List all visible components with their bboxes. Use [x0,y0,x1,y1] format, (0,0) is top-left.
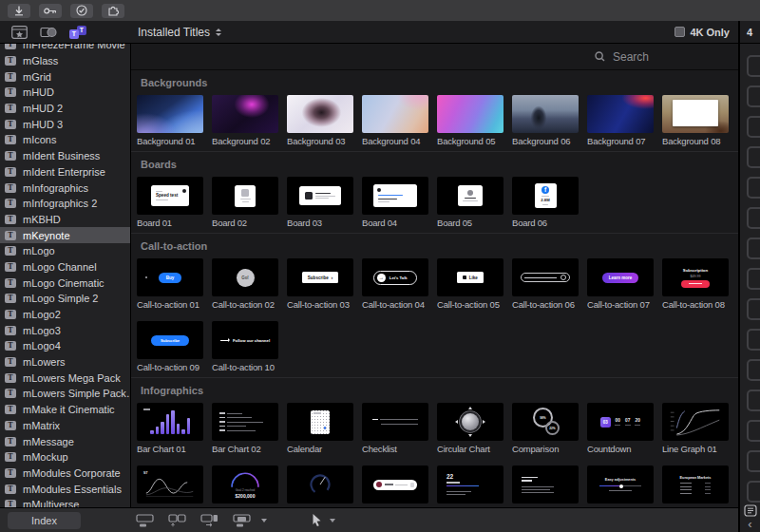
extension-button[interactable] [102,4,124,18]
sidebar-item-mmatrix[interactable]: TmMatrix [0,418,130,434]
index-button[interactable]: Index [8,512,81,529]
thumbnail-line-graph-01[interactable] [662,403,729,441]
sidebar-item-micons[interactable]: TmIcons [0,132,130,148]
thumbnail-background-03[interactable] [287,95,353,133]
edit-tools-chevron-icon[interactable] [261,519,267,522]
sidebar-item-mident-enterprise[interactable]: TmIdent Enterprise [0,164,130,180]
thumbnail-call-to-action-10[interactable]: Follow our channel [212,321,278,359]
append-clip-icon[interactable] [200,514,218,527]
sidebar-item-mhud-3[interactable]: TmHUD 3 [0,116,130,132]
overwrite-clip-icon[interactable] [233,514,251,527]
sidebar-item-mmessage[interactable]: TmMessage [0,433,130,449]
4k-only-checkbox[interactable] [674,27,685,37]
thumbnail-bar-chart-02[interactable] [212,403,278,441]
tool-select[interactable] [311,513,335,527]
thumbnail-background-04[interactable] [362,95,428,133]
sidebar-item-mkbhd[interactable]: TmKBHD [0,212,130,228]
sidebar-item-mident-business[interactable]: TmIdent Business [0,148,130,164]
thumbnail-background-05[interactable] [437,95,504,133]
thumbnail-igwave[interactable]: 97 [137,466,203,504]
thumbnail-call-to-action-08[interactable]: Subscription$49.99 [662,258,729,296]
key-button[interactable] [39,4,62,18]
sidebar-item-mlogo-cinematic[interactable]: TmLogo Cinematic [0,275,130,291]
thumbnail-call-to-action-01[interactable]: Buy [137,258,203,296]
thumbnail-countdown[interactable]: 03000720 [587,403,654,441]
thumbnail-board-05[interactable] [437,177,504,215]
thumbnail-call-to-action-09[interactable]: Subscribe [137,321,203,359]
strip-thumbnail[interactable] [747,329,760,351]
strip-thumbnail[interactable] [747,238,760,259]
sidebar-item-mlowers-mega-pack[interactable]: TmLowers Mega Pack [0,370,130,386]
transitions-browser-button[interactable] [38,25,59,40]
sidebar-item-mlogo4[interactable]: TmLogo4 [0,338,130,354]
sidebar-item-mhud[interactable]: TmHUD [0,85,130,101]
strip-thumbnail[interactable] [747,207,760,229]
4k-only-toggle[interactable]: 4K Only [674,27,730,38]
thumbnail-call-to-action-07[interactable]: Learn more [587,258,654,296]
sidebar-item-mlogo-simple-2[interactable]: TmLogo Simple 2 [0,291,130,307]
strip-thumbnail[interactable] [747,481,760,503]
thumbnail-background-08[interactable] [662,95,729,133]
thumbnail-igstat[interactable]: 22 [437,466,504,504]
installed-titles-dropdown[interactable]: Installed Titles [138,26,221,39]
thumbnail-igprog[interactable] [362,466,428,504]
sidebar-item-minfographics-2[interactable]: TmInfographics 2 [0,196,130,212]
thumbnail-background-07[interactable] [587,95,654,133]
search-input[interactable] [611,49,700,65]
sidebar-item-mlowers[interactable]: TmLowers [0,354,130,370]
thumbnail-board-02[interactable] [212,177,278,215]
sidebar-item-mgrid[interactable]: TmGrid [0,68,130,85]
strip-thumbnail[interactable] [747,116,760,138]
thumbnail-board-04[interactable] [362,177,428,215]
sidebar-item-mmake-it-cinematic[interactable]: TmMake it Cinematic [0,402,130,418]
thumbnail-background-01[interactable] [137,95,203,133]
thumbnail-background-06[interactable] [512,95,579,133]
sidebar-item-mmultiverse[interactable]: TmMultiverse [0,497,130,507]
sidebar-item-minfographics[interactable]: TmInfographics [0,180,130,196]
sidebar-item-mfreezeframe-movie[interactable]: TmFreezeFrame Movie [0,44,130,53]
strip-thumbnail[interactable] [747,359,760,381]
thumbnail-circular-chart[interactable] [437,403,504,441]
sidebar-item-mkeynote[interactable]: TmKeynote [0,227,130,243]
download-button[interactable] [8,4,30,18]
insert-clip-icon[interactable] [168,514,186,527]
sidebar-item-mhud-2[interactable]: TmHUD 2 [0,101,130,117]
thumbnail-igtext[interactable] [512,466,579,504]
collapse-chevron[interactable]: ‹ [748,520,751,529]
sidebar-item-mmodules-corporate[interactable]: TmModules Corporate [0,466,130,482]
sidebar-item-mmockup[interactable]: TmMockup [0,449,130,466]
thumbnail-call-to-action-02[interactable]: Go! [212,258,278,296]
thumbnail-calendar[interactable] [287,403,353,441]
strip-thumbnail[interactable] [747,268,760,290]
sidebar-item-mlogo[interactable]: TmLogo [0,243,130,259]
titles-browser-button[interactable]: TT [67,25,88,40]
sidebar-item-mlogo2[interactable]: TmLogo2 [0,307,130,323]
sidebar-item-mlowers-simple-pack-[interactable]: TmLowers Simple Pack… [0,386,130,402]
sidebar-item-mglass[interactable]: TmGlass [0,53,130,69]
strip-thumbnail[interactable] [747,420,760,442]
connect-clip-icon[interactable] [136,514,154,527]
sidebar-item-mlogo3[interactable]: TmLogo3 [0,322,130,338]
thumbnail-iggauge2[interactable] [287,466,353,504]
thumbnail-board-06[interactable]: f2.8M [512,177,579,215]
thumbnail-background-02[interactable] [212,95,278,133]
strip-thumbnail[interactable] [747,450,760,472]
thumbnail-board-01[interactable]: Speed test [137,177,203,215]
thumbnail-bar-chart-01[interactable] [137,403,203,441]
thumbnail-call-to-action-04[interactable]: →Let's Talk [362,258,428,296]
thumbnail-comparison[interactable]: 98%22% [512,403,579,441]
strip-thumbnail[interactable] [747,146,760,168]
strip-thumbnail[interactable] [747,86,760,107]
panel-icon[interactable] [744,504,757,517]
strip-thumbnail[interactable] [747,298,760,320]
sidebar-item-mlogo-channel[interactable]: TmLogo Channel [0,259,130,276]
thumbnail-checklist[interactable] [362,403,428,441]
effects-browser-button[interactable] [9,25,29,40]
strip-thumbnail[interactable] [747,177,760,199]
strip-thumbnail[interactable] [747,390,760,411]
thumbnail-iggauge1[interactable]: Goal 2 reached$200,000 [212,466,278,504]
check-circle-button[interactable] [70,4,93,18]
strip-thumbnail[interactable] [747,55,760,77]
thumbnail-igslider[interactable]: Easy adjustments [587,466,654,504]
sidebar-item-mmodules-essentials[interactable]: TmModules Essentials [0,481,130,497]
